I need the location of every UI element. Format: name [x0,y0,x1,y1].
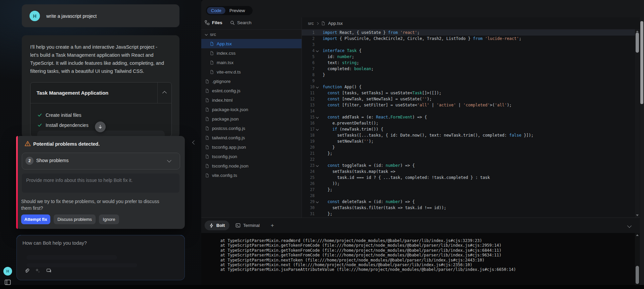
task-collapse-button[interactable] [160,89,169,97]
file-tree-item-tsconfig.node.json[interactable]: tsconfig.node.json [201,161,302,171]
chevron-left-icon [192,140,197,145]
code-text: const toggleTask = (id: number) => { [320,163,415,168]
code-text: }; [320,187,332,192]
attach-icon[interactable] [23,268,30,274]
file-tree-item-tsconfig.app.json[interactable]: tsconfig.app.json [201,142,302,152]
assistant-paragraph: I'll help you create a fun and interacti… [30,43,164,75]
window-scrollbar-thumb[interactable] [640,21,643,104]
line-number: 3 [302,42,315,47]
line-number: 25 [302,175,315,180]
file-name: tsconfig.node.json [212,163,249,168]
fold-chevron[interactable] [315,50,320,52]
file-icon [205,88,209,93]
user-message-card [22,4,179,27]
tab-preview[interactable]: Preview [225,7,249,14]
line-number: 1 [302,30,315,35]
file-icon [209,60,214,65]
file-tree-item-vite-env.d.ts[interactable]: vite-env.d.ts [201,67,302,77]
code-editor[interactable]: 1import React, { useState } from 'react'… [302,30,635,218]
fold-chevron[interactable] [315,86,320,88]
tab-files[interactable]: Files [205,20,222,25]
fold-chevron[interactable] [315,201,320,203]
collapse-terminal-button[interactable] [627,223,632,228]
enhance-prompt-icon[interactable] [35,268,41,274]
file-tree-item-index.html[interactable]: index.html [201,95,302,105]
code-line-18: 18 setTasks([...tasks, { id: Date.now(),… [302,132,635,138]
code-text: if (newTask.trim()) { [320,127,383,132]
terminal-output-line: at TypeScriptParserMixin.getTokenFromCod… [211,253,635,257]
file-tree-item-tsconfig.json[interactable]: tsconfig.json [201,152,302,161]
scroll-up-arrow[interactable] [636,234,639,236]
terminal-scrollbar[interactable] [635,233,640,285]
file-name: tsconfig.app.json [212,145,246,150]
chat-input[interactable] [22,240,177,260]
breadcrumb-folder[interactable]: src [308,21,314,26]
attempt-fix-button[interactable]: Attempt fix [21,214,50,224]
file-tree-item-src[interactable]: src [201,30,302,39]
editor-scrollbar[interactable] [635,30,640,218]
user-message-text: write a javascript project [46,13,97,19]
problems-feedback-input[interactable] [22,174,179,193]
file-name: .gitignore [212,79,231,84]
line-number: 18 [302,133,315,138]
file-name: postcss.config.js [212,126,245,131]
fold-chevron[interactable] [315,128,320,130]
terminal-scrollbar-thumb[interactable] [636,266,639,284]
terminal-output[interactable]: at TypeScriptParserMixin.readWord (file:… [201,233,635,285]
tab-search[interactable]: Search [230,20,252,25]
code-line-2: 2import { PlusCircle, CheckCircle2, Circ… [302,36,635,42]
scroll-down-arrow[interactable] [636,214,639,216]
code-line-20: 20 } [302,144,635,150]
scroll-up-arrow[interactable] [636,31,639,32]
user-avatar[interactable]: H [3,267,12,276]
code-text: const addTask = (e: React.FormEvent) => … [320,115,427,119]
arrow-down-icon [98,125,103,129]
breadcrumb-file[interactable]: App.tsx [328,21,342,26]
file-icon [205,135,209,140]
file-tree-item-postcss.config.js[interactable]: postcss.config.js [201,124,302,133]
file-tree-item-App.tsx[interactable]: App.tsx [201,39,302,48]
discuss-mode-icon[interactable] [46,268,52,274]
collapse-chat-button[interactable] [191,139,197,145]
file-tree-item-.gitignore[interactable]: .gitignore [201,77,302,86]
chevron-down-icon [316,164,319,167]
file-tree-item-package.json[interactable]: package.json [201,114,302,124]
file-tree: srcApp.tsxindex.cssmain.tsxvite-env.d.ts… [201,30,302,218]
line-number: 24 [302,169,315,174]
discuss-problems-button[interactable]: Discuss problems [54,214,96,224]
code-text: text: string; [320,60,359,65]
file-icon [321,21,325,26]
file-tree-item-vite.config.ts[interactable]: vite.config.ts [201,171,302,180]
tab-terminal[interactable]: Terminal [233,221,262,230]
editor-scrollbar-thumb[interactable] [636,33,639,53]
fold-chevron[interactable] [315,164,320,166]
terminal-tab-label: Terminal [243,223,260,228]
code-line-5: 5 id: number; [302,54,635,60]
code-line-31: 31 }; [302,211,635,217]
code-text: function App() { [320,85,362,89]
sidebar-toggle-icon[interactable] [5,280,11,285]
file-tree-item-eslint.config.js[interactable]: eslint.config.js [201,86,302,95]
line-number: 17 [302,127,315,132]
tab-code[interactable]: Code [207,7,225,14]
file-tree-item-package-lock.json[interactable]: package-lock.json [201,105,302,114]
view-mode-toggle: Code Preview [206,6,253,15]
breadcrumb: src App.tsx [302,17,640,30]
file-tree-item-index.css[interactable]: index.css [201,48,302,58]
code-line-25: 25 task.id === id ? { ...task, completed… [302,175,635,181]
ignore-button[interactable]: Ignore [99,214,119,224]
line-number: 5 [302,54,315,59]
line-number: 16 [302,121,315,126]
file-tree-item-main.tsx[interactable]: main.tsx [201,58,302,67]
file-tree-item-tailwind.config.js[interactable]: tailwind.config.js [201,133,302,142]
code-line-26: 26 )); [302,181,635,187]
tab-bolt-terminal[interactable]: Bolt [205,221,229,230]
scroll-to-bottom-button[interactable] [95,122,106,132]
problems-accent-bar [16,136,18,229]
code-text: } [320,145,335,150]
line-number: 8 [302,73,315,77]
line-number: 28 [302,193,315,198]
new-terminal-button[interactable]: + [268,221,276,230]
file-icon [205,145,209,149]
fold-chevron[interactable] [315,116,320,118]
